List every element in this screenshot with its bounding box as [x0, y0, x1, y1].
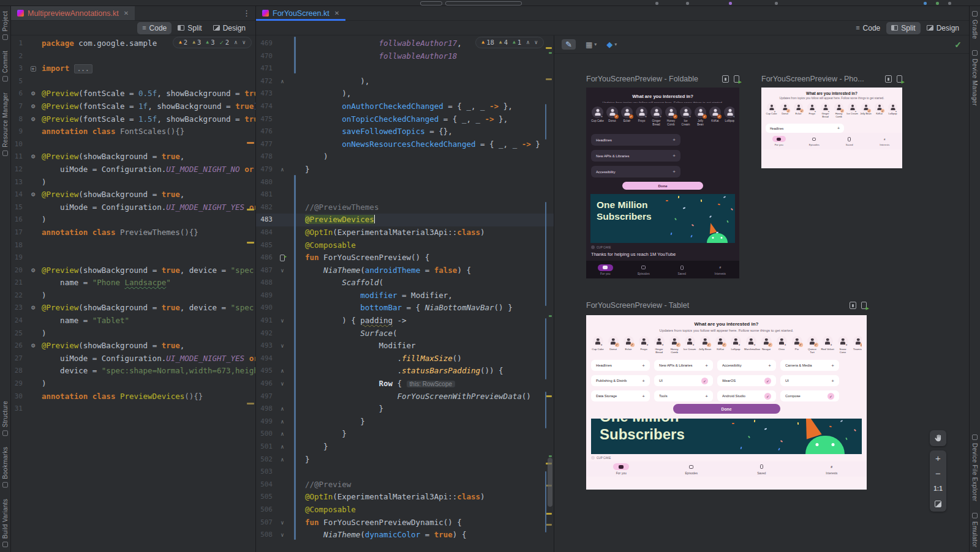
device-selector-box[interactable] [445, 1, 522, 6]
view-toggle-split[interactable]: Split [886, 22, 920, 34]
code-line[interactable]: 484@OptIn(ExperimentalMaterial3Api::clas… [256, 226, 554, 239]
code-line[interactable]: 473 ), [256, 88, 554, 100]
code-line[interactable]: 503 [256, 466, 554, 479]
inspection-warning-item[interactable]: ▲1 [513, 36, 521, 49]
code-line[interactable]: 18 [11, 239, 255, 252]
preview-settings-gear-icon[interactable]: ⚙ [31, 340, 36, 352]
zoom-in-button[interactable]: + [930, 450, 946, 466]
close-icon[interactable]: ✕ [334, 10, 339, 17]
code-line[interactable]: 479∧} [256, 163, 554, 176]
zoom-out-button[interactable]: − [930, 466, 946, 481]
code-line[interactable]: 30annotation class PreviewDevices(){} [11, 390, 255, 403]
view-toggle-design[interactable]: Design [922, 22, 964, 34]
toolbar-icon[interactable] [936, 2, 939, 5]
code-line[interactable]: 16) [11, 214, 255, 226]
fold-arrow-icon[interactable]: ∧ [281, 453, 284, 466]
preview-settings-gear-icon[interactable]: ⚙ [31, 88, 36, 100]
code-line[interactable]: 486fun ForYouScreenPreview() { [256, 252, 554, 264]
code-line[interactable]: 481 [256, 188, 554, 201]
zoom-actual-button[interactable]: 1:1 [930, 481, 946, 496]
close-icon[interactable]: ✕ [124, 10, 129, 17]
code-line[interactable]: 494 .fillMaxSize() [256, 352, 554, 365]
code-line[interactable]: 15 uiMode = Configuration.UI_MODE_NIGHT_… [11, 201, 255, 214]
code-line[interactable]: 13) [11, 176, 255, 189]
code-line[interactable]: 24 name = "Tablet" [11, 315, 255, 327]
code-line[interactable]: 474 onAuthorCheckedChanged = { _, _ -> }… [256, 100, 554, 113]
code-line[interactable]: 489 modifier = Modifier, [256, 289, 554, 302]
run-preview-device-icon[interactable] [861, 302, 867, 309]
fold-arrow-icon[interactable]: ∨ [281, 529, 284, 542]
tool-window-button-build-variants[interactable]: Build Variants [2, 499, 9, 547]
code-line[interactable]: 507∨fun ForYouScreenPreviewDynamic() { [256, 517, 554, 529]
code-line[interactable]: 10 [11, 138, 255, 151]
code-line[interactable]: 505@OptIn(ExperimentalMaterial3Api::clas… [256, 491, 554, 504]
tool-window-button-emulator[interactable]: Emulator [971, 513, 978, 547]
code-line[interactable]: 495∧ .statusBarsPadding()) { [256, 365, 554, 378]
fold-arrow-icon[interactable]: ∧ [281, 163, 284, 176]
code-line[interactable]: 508∨ NiaTheme(dynamicColor = true) { [256, 529, 554, 542]
inspection-warning-item[interactable]: ▲18 [481, 36, 494, 49]
code-line[interactable]: 23⚙@Preview(showBackground = true, devic… [11, 302, 255, 315]
preview-canvas[interactable]: ForYouScreenPreview - FoldableWhat are y… [554, 54, 969, 552]
code-line[interactable]: 9annotation class FontScales(){} [11, 125, 255, 138]
code-line[interactable]: 22) [11, 289, 255, 302]
code-line[interactable]: 14⚙@Preview(showBackground = true, [11, 188, 255, 201]
code-line[interactable]: 501∧ } [256, 441, 554, 453]
tool-window-button-gradle[interactable]: Gradle [971, 11, 978, 39]
code-line[interactable]: 472∧ ), [256, 75, 554, 88]
code-line[interactable]: 504//@Preview [256, 479, 554, 491]
preview-settings-gear-icon[interactable]: ⚙ [31, 151, 36, 163]
interactive-mode-icon[interactable] [885, 75, 892, 83]
grid-layout-icon[interactable]: ▦▾ [586, 40, 597, 49]
code-line[interactable]: 490 bottomBar = { NiaBottomNavBar() } [256, 302, 554, 315]
code-line[interactable]: 492 Surface( [256, 327, 554, 340]
interactive-mode-icon[interactable] [850, 302, 856, 309]
toolbar-icon[interactable] [729, 2, 732, 5]
code-line[interactable]: 471 [256, 62, 554, 75]
toolbar-icon[interactable] [924, 2, 927, 5]
preview-card-foldable[interactable]: What are you interested in?Updates from … [586, 88, 739, 278]
code-line[interactable]: 29) [11, 378, 255, 390]
code-line[interactable]: 477 onNewsResourcesCheckedChanged = { _,… [256, 138, 554, 151]
tab-multipreview-annotations[interactable]: MultipreviewAnnotations.kt ✕ [11, 6, 135, 20]
view-toggle-split[interactable]: Split [173, 22, 206, 34]
inspections-widget[interactable]: ▲2▲3▲3✓2∧∨ [173, 37, 252, 48]
code-line[interactable]: 28 device = "spec:shape=Normal,width=673… [11, 365, 255, 378]
tool-window-button-resource-manager[interactable]: Resource Manager [2, 92, 9, 156]
code-line[interactable]: 491∨ ) { padding -> [256, 315, 554, 327]
code-line[interactable]: 506@Composable [256, 504, 554, 517]
fold-arrow-icon[interactable]: ∧ [281, 441, 284, 453]
code-line[interactable]: 20⚙@Preview(showBackground = true, devic… [11, 264, 255, 277]
fold-arrow-icon[interactable]: ∨ [281, 517, 284, 529]
fold-arrow-icon[interactable]: ∨ [281, 264, 284, 277]
preview-settings-gear-icon[interactable]: ⚙ [31, 100, 36, 113]
code-line[interactable]: 19 [11, 252, 255, 264]
tool-window-button-device-manager[interactable]: Device Manager [971, 50, 978, 106]
code-line[interactable]: 478 ) [256, 151, 554, 163]
code-line[interactable]: 487∨ NiaTheme(androidTheme = false) { [256, 264, 554, 277]
code-line[interactable]: 12 uiMode = Configuration.UI_MODE_NIGHT_… [11, 163, 255, 176]
fold-arrow-icon[interactable]: ∧ [281, 75, 284, 88]
tool-window-button-commit[interactable]: Commit [2, 51, 9, 81]
preview-settings-gear-icon[interactable]: ⚙ [31, 264, 36, 277]
fold-arrow-icon[interactable]: ∨ [281, 315, 284, 327]
zoom-fit-button[interactable] [930, 496, 946, 512]
preview-card-phone[interactable]: What are you interested in?Updates from … [761, 88, 902, 168]
fold-expand-icon[interactable]: + [31, 66, 36, 72]
code-line[interactable]: 31 [11, 403, 255, 416]
view-toggle-code[interactable]: ≡Code [851, 22, 885, 34]
pan-hand-button[interactable] [930, 430, 946, 446]
next-issue-chevron-icon[interactable]: ∨ [243, 36, 246, 49]
ui-check-pen-icon[interactable]: ✎ [562, 39, 576, 50]
code-line[interactable]: 488 Scaffold( [256, 277, 554, 289]
code-line[interactable]: 496∨ Row { this: RowScope [256, 378, 554, 390]
fold-arrow-icon[interactable]: ∨ [281, 340, 284, 352]
fold-arrow-icon[interactable]: ∧ [281, 416, 284, 428]
code-line[interactable]: 27 uiMode = Configuration.UI_MODE_NIGHT_… [11, 352, 255, 365]
code-line[interactable]: 5 [11, 75, 255, 88]
code-line[interactable]: 483@PreviewDevices [256, 214, 554, 226]
toolbar-icon[interactable] [948, 2, 951, 5]
run-preview-icon[interactable] [280, 255, 285, 261]
tool-window-button-structure[interactable]: Structure [2, 401, 9, 436]
preview-settings-gear-icon[interactable]: ⚙ [31, 113, 36, 126]
